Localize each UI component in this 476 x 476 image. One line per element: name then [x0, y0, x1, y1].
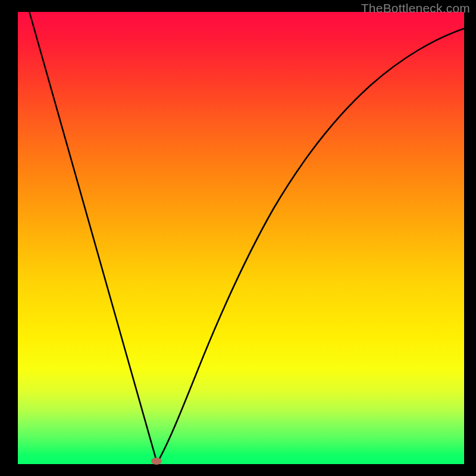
- min-point-marker: [151, 458, 162, 465]
- chart-frame: TheBottleneck.com: [0, 0, 476, 476]
- curve-layer: [18, 12, 464, 464]
- watermark-text: TheBottleneck.com: [361, 1, 470, 15]
- plot-area: [18, 12, 464, 464]
- bottleneck-curve: [27, 5, 464, 463]
